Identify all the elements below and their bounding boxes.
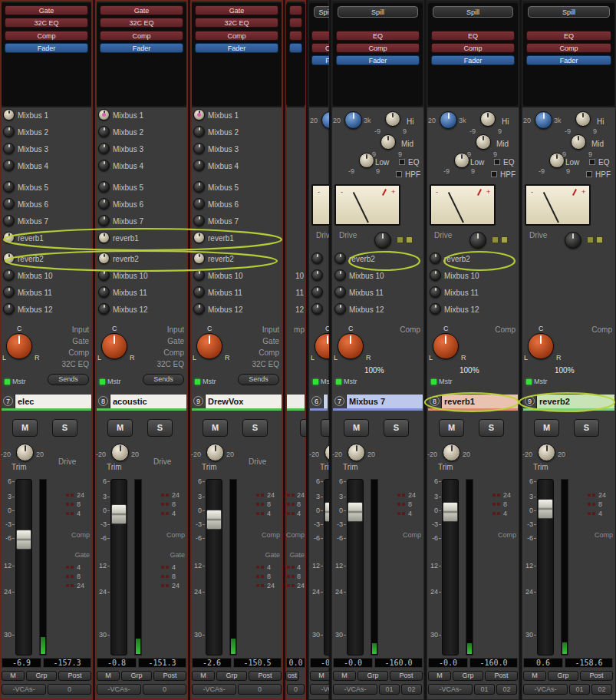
fader-cap[interactable] <box>443 502 458 522</box>
group-button[interactable]: Grp <box>216 671 247 681</box>
post-button[interactable]: Post <box>58 671 91 681</box>
fader-cap[interactable] <box>348 502 363 522</box>
peak-display[interactable]: -158.6 <box>565 658 613 668</box>
trim-knob[interactable] <box>348 444 365 461</box>
pan-knob[interactable] <box>101 333 127 359</box>
pan-width-value[interactable]: 100% <box>555 366 575 375</box>
send-knob[interactable] <box>3 143 15 154</box>
send-knob[interactable] <box>193 143 205 154</box>
mute-small-button[interactable]: M <box>2 671 25 681</box>
send-knob[interactable] <box>193 303 205 315</box>
send-knob[interactable] <box>193 232 205 243</box>
mute-button[interactable]: M <box>107 419 133 437</box>
group-button[interactable]: Grp <box>357 671 388 681</box>
mute-small-button[interactable]: M <box>333 671 356 681</box>
peak-display[interactable]: -157.3 <box>43 658 91 668</box>
peak-display[interactable]: -160.0 <box>469 658 518 668</box>
mute-button[interactable]: M <box>534 419 559 437</box>
gain-display[interactable]: -0.0 <box>333 658 373 668</box>
send-knob[interactable] <box>430 286 441 298</box>
mute-small-button[interactable]: M <box>523 671 546 681</box>
mstr-led[interactable] <box>5 379 10 385</box>
channel-name[interactable] <box>324 395 328 408</box>
vca-button[interactable]: -VCAs- <box>523 684 568 695</box>
processor-comp[interactable]: Comp <box>336 43 420 53</box>
trim-knob[interactable] <box>16 444 34 461</box>
peak-display[interactable]: -151.3 <box>138 658 186 668</box>
fader-cap[interactable] <box>538 499 553 519</box>
mstr-led[interactable] <box>431 379 436 385</box>
solo-button[interactable]: S <box>147 419 173 437</box>
pan-knob[interactable] <box>6 333 32 359</box>
solo-button[interactable]: S <box>384 419 409 437</box>
send-knob[interactable] <box>334 303 346 315</box>
peak-display[interactable]: 0.0 <box>286 658 305 668</box>
vca-button[interactable]: -VCAs- <box>428 684 473 695</box>
send-knob[interactable] <box>311 269 323 281</box>
gain-display[interactable]: -6.9 <box>2 658 41 668</box>
processor-fragment[interactable] <box>289 18 302 28</box>
eq-low-knob[interactable] <box>359 153 374 168</box>
vca-slot-button[interactable]: 02 <box>496 684 517 695</box>
pan-width-value[interactable]: 100% <box>460 366 479 375</box>
eq-enable-checkbox[interactable] <box>399 159 405 165</box>
processor-gate[interactable]: Gate <box>5 5 88 15</box>
processor-comp[interactable]: Comp <box>100 31 183 41</box>
eq-hi-knob[interactable] <box>480 111 496 127</box>
vca-slot-button[interactable]: 01 <box>474 684 495 695</box>
processor-fragment[interactable] <box>289 5 302 15</box>
post-button[interactable]: Post <box>580 671 613 681</box>
vca-button[interactable]: -VCAs- <box>97 684 141 695</box>
mute-button[interactable]: M <box>344 419 369 437</box>
channel-name[interactable]: reverb1 <box>442 395 518 408</box>
mute-small-button[interactable]: M <box>97 671 120 681</box>
channel-name[interactable]: elec <box>15 395 91 408</box>
drive-knob[interactable] <box>374 232 391 249</box>
send-knob[interactable] <box>98 126 110 137</box>
drive-mode-a-button[interactable] <box>587 236 594 243</box>
vca-button[interactable]: -VCAs- <box>2 684 46 695</box>
trim-knob[interactable] <box>324 444 329 461</box>
group-button[interactable]: Grp <box>548 671 578 681</box>
processor-fader[interactable]: Fader <box>336 55 420 65</box>
processor-fader[interactable]: Fader <box>431 55 515 65</box>
post-button[interactable]: Post <box>153 671 186 681</box>
send-knob[interactable] <box>98 143 110 154</box>
eq-enable-checkbox[interactable] <box>589 159 595 165</box>
spill-button[interactable]: Spill <box>433 6 513 18</box>
solo-button-fragment[interactable] <box>300 419 306 437</box>
send-knob[interactable] <box>3 269 15 281</box>
sends-button[interactable]: Sends <box>48 374 89 385</box>
send-knob[interactable] <box>193 215 205 226</box>
send-knob[interactable] <box>3 198 15 210</box>
send-knob[interactable] <box>98 181 110 193</box>
trim-knob[interactable] <box>538 444 555 461</box>
drive-mode-b-button[interactable] <box>501 236 508 243</box>
send-knob[interactable] <box>3 160 15 171</box>
send-knob[interactable] <box>3 215 15 226</box>
processor-comp[interactable]: Comp <box>431 43 515 53</box>
mstr-led[interactable] <box>195 379 200 385</box>
send-knob[interactable] <box>193 181 205 193</box>
send-knob[interactable] <box>3 232 15 243</box>
fader-track[interactable] <box>15 479 32 655</box>
gain-display[interactable]: -0.0 <box>310 658 329 668</box>
group-button[interactable]: Grp <box>121 671 152 681</box>
send-knob[interactable] <box>193 269 205 281</box>
send-knob[interactable] <box>193 126 205 137</box>
hpf-checkbox[interactable] <box>586 171 592 177</box>
vca-slot-button[interactable]: 0 <box>238 684 282 695</box>
drive-mode-a-button[interactable] <box>397 236 404 243</box>
send-knob[interactable] <box>430 253 441 264</box>
processor-comp[interactable]: Comp <box>195 31 278 41</box>
send-knob[interactable] <box>334 253 346 264</box>
processor-fader[interactable]: Fader <box>526 55 611 65</box>
processor-comp[interactable]: Comp <box>5 31 88 41</box>
peak-display[interactable]: -150.5 <box>233 658 282 668</box>
processor-eq[interactable]: 32C EQ <box>100 18 183 28</box>
send-knob[interactable] <box>3 286 15 298</box>
send-knob[interactable] <box>98 303 110 315</box>
send-knob[interactable] <box>98 269 110 281</box>
gain-display[interactable]: 0.6 <box>523 658 563 668</box>
eq-hi-knob[interactable] <box>385 111 400 127</box>
